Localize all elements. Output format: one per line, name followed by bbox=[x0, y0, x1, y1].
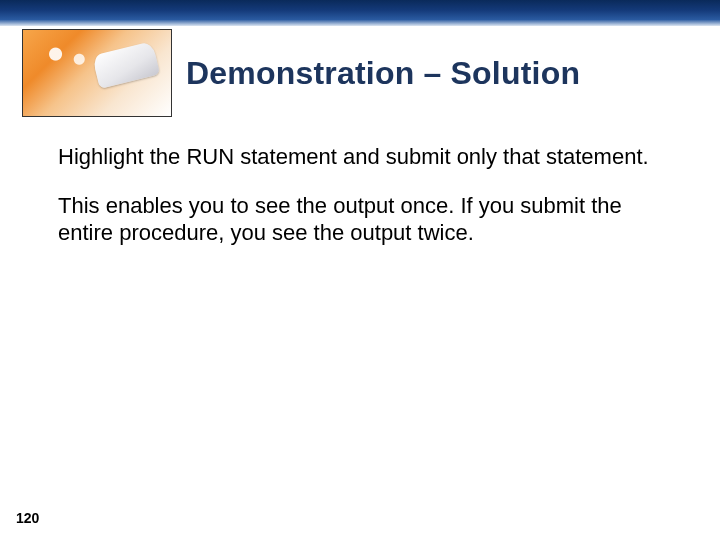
body-paragraph: This enables you to see the output once.… bbox=[58, 193, 680, 247]
body-paragraph: Highlight the RUN statement and submit o… bbox=[58, 144, 680, 171]
title-row: Demonstration – Solution bbox=[22, 30, 700, 116]
slide-title: Demonstration – Solution bbox=[186, 55, 580, 92]
header-bar bbox=[0, 0, 720, 26]
mouse-thumbnail-image bbox=[22, 29, 172, 117]
slide-body: Highlight the RUN statement and submit o… bbox=[58, 144, 680, 268]
page-number: 120 bbox=[16, 510, 39, 526]
